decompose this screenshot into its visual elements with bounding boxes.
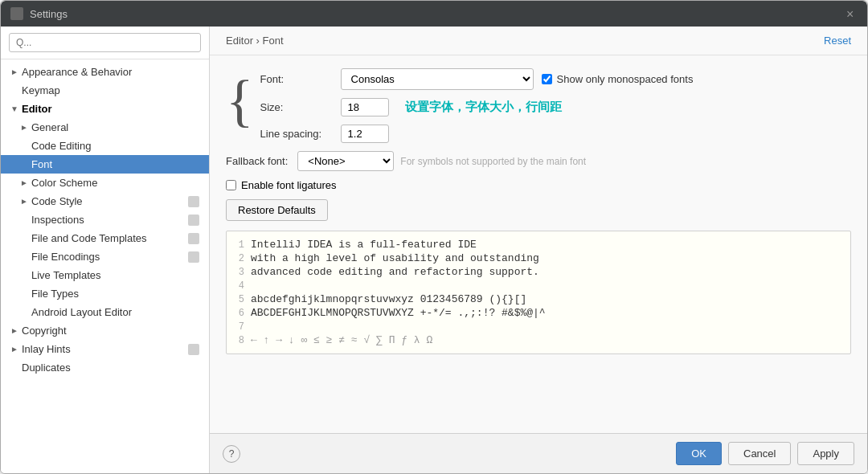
- restore-defaults-button[interactable]: Restore Defaults: [226, 199, 328, 221]
- line-content: abcdefghijklmnopqrstuvwxyz 0123456789 ()…: [251, 293, 526, 305]
- fallback-font-dropdown[interactable]: <None>: [297, 151, 394, 171]
- title-bar-left: Settings: [10, 7, 68, 20]
- sidebar-item-label: Font: [31, 158, 52, 170]
- sidebar-item-inlay-hints[interactable]: ► Inlay Hints: [1, 340, 209, 358]
- sidebar-item-file-types[interactable]: ► File Types: [1, 284, 209, 303]
- sidebar-item-label: Inspections: [31, 214, 84, 226]
- settings-window: Settings × ► Appearance & Behavior ► Key…: [0, 0, 868, 474]
- sidebar-item-inspections[interactable]: ► Inspections: [1, 210, 209, 229]
- line-content: advanced code editing and refactoring su…: [251, 266, 539, 278]
- title-bar: Settings ×: [1, 1, 867, 27]
- sidebar-item-label: Editor: [22, 103, 52, 115]
- monospaced-label-text: Show only monospaced fonts: [557, 73, 694, 85]
- line-number: 5: [227, 293, 251, 305]
- badge-icon: [188, 251, 199, 263]
- ligatures-label: Enable font ligatures: [241, 179, 337, 191]
- window-title: Settings: [30, 8, 68, 20]
- badge-icon: [188, 233, 199, 244]
- sidebar-item-label: Code Style: [31, 195, 83, 207]
- bottom-bar: ? OK Cancel Apply: [210, 433, 867, 473]
- sidebar-item-code-style[interactable]: ► Code Style: [1, 192, 209, 210]
- size-row: Size: 设置字体，字体大小，行间距: [260, 98, 851, 116]
- line-content: IntelliJ IDEA is a full-featured IDE: [251, 239, 477, 251]
- sidebar-item-code-editing[interactable]: ► Code Editing: [1, 137, 209, 155]
- sidebar-item-label: Live Templates: [31, 269, 100, 281]
- curly-brace-icon: {: [226, 72, 254, 129]
- line-spacing-row: Line spacing:: [260, 125, 851, 143]
- search-box: [1, 27, 209, 59]
- search-input[interactable]: [9, 33, 201, 52]
- main-content: ► Appearance & Behavior ► Keymap ▼ Edito…: [1, 27, 867, 473]
- monospaced-checkbox-label[interactable]: Show only monospaced fonts: [542, 73, 694, 85]
- sidebar-item-keymap[interactable]: ► Keymap: [1, 81, 209, 100]
- line-content: ← ↑ → ↓ ∞ ≤ ≥ ≠ ≈ √ ∑ Π ƒ λ Ω: [251, 334, 432, 346]
- chevron-right-icon: ►: [20, 178, 28, 187]
- sidebar-item-live-templates[interactable]: ► Live Templates: [1, 266, 209, 284]
- cancel-button[interactable]: Cancel: [728, 442, 791, 465]
- preview-line-2: 2 with a high level of usability and out…: [227, 251, 850, 265]
- font-dropdown[interactable]: Consolas: [341, 68, 534, 90]
- sidebar-item-label: Duplicates: [22, 362, 71, 374]
- sidebar-item-label: File and Code Templates: [31, 232, 147, 244]
- line-number: 7: [227, 321, 251, 333]
- sidebar-item-android-layout[interactable]: ► Android Layout Editor: [1, 303, 209, 321]
- sidebar: ► Appearance & Behavior ► Keymap ▼ Edito…: [1, 27, 210, 473]
- monospaced-checkbox[interactable]: [542, 74, 552, 84]
- font-row: Font: Consolas Show only monospaced font…: [260, 68, 851, 90]
- ok-button[interactable]: OK: [676, 442, 722, 465]
- preview-line-1: 1 IntelliJ IDEA is a full-featured IDE: [227, 238, 850, 251]
- line-content: with a high level of usability and outst…: [251, 252, 539, 264]
- sidebar-item-label: Inlay Hints: [22, 343, 71, 355]
- line-number: 3: [227, 266, 251, 278]
- preview-line-7: 7: [227, 320, 850, 333]
- preview-line-5: 5 abcdefghijklmnopqrstuvwxyz 0123456789 …: [227, 292, 850, 306]
- reset-link[interactable]: Reset: [824, 35, 851, 47]
- ligatures-row: Enable font ligatures: [226, 179, 851, 191]
- sidebar-item-duplicates[interactable]: ► Duplicates: [1, 358, 209, 377]
- sidebar-item-label: Code Editing: [31, 140, 91, 152]
- line-content: ABCDEFGHIJKLMNOPQRSTUVWXYZ +-*/= .,;:!? …: [251, 307, 546, 319]
- line-spacing-input[interactable]: [341, 125, 389, 143]
- help-button[interactable]: ?: [223, 445, 240, 463]
- chevron-down-icon: ▼: [10, 104, 18, 113]
- line-number: 1: [227, 239, 251, 251]
- sidebar-item-label: Copyright: [22, 325, 67, 337]
- apply-button[interactable]: Apply: [797, 442, 854, 465]
- size-input[interactable]: [341, 98, 389, 116]
- preview-line-4: 4: [227, 279, 850, 292]
- action-buttons: OK Cancel Apply: [676, 442, 854, 465]
- close-button[interactable]: ×: [846, 8, 858, 19]
- chevron-right-icon: ►: [20, 197, 28, 206]
- sidebar-item-font[interactable]: ► Font: [1, 155, 209, 174]
- annotation-text: 设置字体，字体大小，行间距: [405, 100, 562, 115]
- breadcrumb: Editor › Font: [226, 35, 284, 47]
- line-number: 6: [227, 307, 251, 319]
- font-control: Consolas: [341, 68, 534, 90]
- font-label: Font:: [260, 73, 341, 85]
- sidebar-item-label: File Encodings: [31, 251, 100, 263]
- badge-icon: [188, 215, 199, 226]
- line-number: 4: [227, 280, 251, 292]
- sidebar-item-label: Color Scheme: [31, 177, 97, 189]
- fallback-row: Fallback font: <None> For symbols not su…: [226, 151, 851, 171]
- badge-icon: [188, 344, 199, 355]
- panel-body: { Font: Consolas S: [210, 55, 867, 433]
- sidebar-item-label: File Types: [31, 288, 79, 300]
- ligatures-checkbox[interactable]: [226, 180, 236, 190]
- sidebar-item-color-scheme[interactable]: ► Color Scheme: [1, 174, 209, 192]
- line-number: 8: [227, 334, 251, 346]
- sidebar-item-file-encodings[interactable]: ► File Encodings: [1, 247, 209, 266]
- app-icon: [10, 7, 23, 20]
- sidebar-item-copyright[interactable]: ► Copyright: [1, 321, 209, 340]
- chevron-right-icon: ►: [10, 67, 18, 76]
- chevron-right-icon: ►: [10, 345, 18, 353]
- sidebar-item-file-code-templates[interactable]: ► File and Code Templates: [1, 229, 209, 247]
- fallback-hint: For symbols not supported by the main fo…: [400, 156, 586, 167]
- size-label: Size:: [260, 101, 341, 113]
- sidebar-item-appearance[interactable]: ► Appearance & Behavior: [1, 63, 209, 81]
- chevron-right-icon: ►: [20, 123, 28, 132]
- sidebar-item-label: Android Layout Editor: [31, 306, 132, 318]
- sidebar-item-editor[interactable]: ▼ Editor: [1, 100, 209, 118]
- sidebar-item-general[interactable]: ► General: [1, 118, 209, 137]
- preview-line-6: 6 ABCDEFGHIJKLMNOPQRSTUVWXYZ +-*/= .,;:!…: [227, 306, 850, 320]
